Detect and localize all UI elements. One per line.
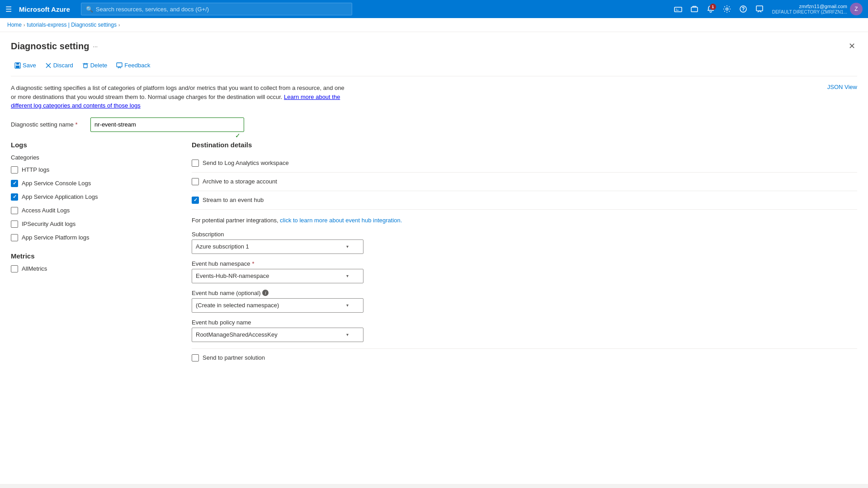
event-hub-checkbox[interactable] — [192, 197, 199, 204]
app-logo: Microsoft Azure — [19, 5, 70, 13]
namespace-chevron: ▾ — [346, 273, 349, 278]
subscription-value: Azure subscription 1 — [196, 243, 249, 250]
help-button[interactable] — [736, 2, 750, 16]
hub-name-field: Event hub name (optional) i (Create in s… — [192, 290, 857, 313]
json-view-link[interactable]: JSON View — [827, 84, 857, 110]
page-options-button[interactable]: ··· — [93, 43, 98, 50]
search-box[interactable]: 🔍 — [81, 3, 352, 15]
policy-select[interactable]: RootManageSharedAccessKey ▾ — [192, 328, 363, 342]
discard-button[interactable]: Discard — [42, 60, 77, 70]
namespace-select[interactable]: Events-Hub-NR-namespace ▾ — [192, 269, 363, 283]
policy-select-wrapper: RootManageSharedAccessKey ▾ — [192, 328, 363, 342]
delete-icon — [82, 62, 89, 69]
page-title: Diagnostic setting — [11, 41, 89, 52]
svg-point-4 — [743, 10, 744, 11]
storage-account-label: Archive to a storage account — [203, 178, 277, 185]
cloud-shell-button[interactable] — [671, 2, 685, 16]
svg-rect-8 — [16, 66, 19, 68]
topbar: ☰ Microsoft Azure 🔍 1 zmrfzn11@gmail.com… — [0, 0, 868, 18]
breadcrumb-sep-2: › — [118, 23, 120, 28]
event-hub-note: For potential partner integrations, clic… — [192, 217, 857, 224]
search-input[interactable] — [96, 6, 347, 13]
logs-section: Logs Categories HTTP logs App Service Co… — [11, 141, 174, 371]
breadcrumb: Home › tutorials-express | Diagnostic se… — [0, 18, 868, 32]
namespace-field: Event hub namespace * Events-Hub-NR-name… — [192, 260, 857, 283]
subscription-select-wrapper: Azure subscription 1 ▾ — [192, 239, 363, 254]
ipsecurity-checkbox[interactable] — [11, 221, 18, 228]
settings-button[interactable] — [720, 2, 734, 16]
breadcrumb-sep-1: › — [24, 23, 25, 28]
svg-rect-11 — [84, 64, 87, 68]
delete-button[interactable]: Delete — [79, 60, 111, 70]
policy-chevron: ▾ — [346, 332, 349, 337]
save-button[interactable]: Save — [11, 60, 40, 70]
hub-name-info-icon[interactable]: i — [262, 290, 269, 296]
dest-partner: Send to partner solution — [192, 348, 857, 367]
event-hub-label: Stream to an event hub — [203, 197, 264, 203]
hamburger-icon[interactable]: ☰ — [5, 5, 12, 14]
close-button[interactable]: ✕ — [847, 39, 857, 53]
access-audit-checkbox[interactable] — [11, 207, 18, 214]
destination-section-title: Destination details — [192, 141, 857, 149]
event-hub-details: For potential partner integrations, clic… — [192, 213, 857, 371]
app-logs-label: App Service Application Logs — [22, 193, 98, 200]
log-analytics-label: Send to Log Analytics workspace — [203, 160, 289, 166]
ipsecurity-label: IPSecurity Audit logs — [22, 221, 75, 227]
platform-logs-checkbox[interactable] — [11, 234, 18, 241]
subscription-chevron: ▾ — [346, 244, 349, 249]
description-text: A diagnostic setting specifies a list of… — [11, 84, 345, 110]
notifications-button[interactable]: 1 — [703, 2, 718, 16]
subscription-select[interactable]: Azure subscription 1 ▾ — [192, 239, 363, 254]
svg-rect-5 — [756, 6, 763, 11]
dest-log-analytics: Send to Log Analytics workspace — [192, 154, 857, 173]
policy-label: Event hub policy name — [192, 319, 857, 326]
hub-name-select-wrapper: (Create in selected namespace) ▾ — [192, 298, 363, 313]
two-col-layout: Logs Categories HTTP logs App Service Co… — [11, 141, 857, 371]
all-metrics-checkbox[interactable] — [11, 265, 18, 272]
breadcrumb-home[interactable]: Home — [7, 22, 22, 28]
platform-logs-label: App Service Platform logs — [22, 234, 90, 241]
feedback-button[interactable]: Feedback — [113, 60, 154, 70]
search-icon: 🔍 — [86, 6, 93, 13]
topbar-icons: 1 — [671, 2, 767, 16]
access-audit-label: Access Audit Logs — [22, 207, 70, 214]
http-logs-checkbox[interactable] — [11, 166, 18, 174]
feedback-icon — [116, 62, 123, 69]
toolbar: Save Discard Delete Feedback — [11, 60, 857, 76]
log-analytics-checkbox[interactable] — [192, 160, 199, 167]
storage-account-checkbox[interactable] — [192, 178, 199, 185]
user-directory: DEFAULT DIRECTORY (ZMRFZN1... — [772, 9, 847, 14]
namespace-label: Event hub namespace * — [192, 260, 857, 267]
user-menu[interactable]: zmrfzn11@gmail.com DEFAULT DIRECTORY (ZM… — [772, 3, 863, 15]
svg-rect-0 — [675, 7, 682, 12]
page-header: Diagnostic setting ··· ✕ — [11, 39, 857, 53]
setting-name-input[interactable] — [90, 117, 244, 132]
discard-icon — [45, 62, 52, 69]
log-item-console: App Service Console Logs — [11, 180, 174, 187]
directory-button[interactable] — [687, 2, 702, 16]
log-item-app: App Service Application Logs — [11, 193, 174, 201]
log-item-ipsecurity: IPSecurity Audit logs — [11, 221, 174, 228]
breadcrumb-resource[interactable]: tutorials-express | Diagnostic settings — [27, 22, 117, 28]
setting-name-field-wrapper: ✓ — [90, 117, 244, 132]
console-logs-checkbox[interactable] — [11, 180, 18, 187]
app-logs-checkbox[interactable] — [11, 193, 18, 201]
policy-value: RootManageSharedAccessKey — [196, 331, 278, 338]
logs-section-title: Logs — [11, 141, 174, 149]
namespace-value: Events-Hub-NR-namespace — [196, 272, 269, 279]
metrics-section-title: Metrics — [11, 252, 174, 260]
hub-name-select[interactable]: (Create in selected namespace) ▾ — [192, 298, 363, 313]
namespace-select-wrapper: Events-Hub-NR-namespace ▾ — [192, 269, 363, 283]
partner-solution-checkbox[interactable] — [192, 354, 199, 361]
namespace-required-marker: * — [252, 260, 254, 267]
metrics-section: Metrics AllMetrics — [11, 252, 174, 272]
dest-event-hub: Stream to an event hub — [192, 191, 857, 210]
validation-checkmark: ✓ — [235, 132, 241, 139]
http-logs-label: HTTP logs — [22, 166, 49, 173]
subscription-label: Subscription — [192, 231, 857, 238]
event-hub-learn-more-link[interactable]: click to learn more about event hub inte… — [280, 217, 402, 224]
hub-name-value: (Create in selected namespace) — [196, 302, 279, 309]
subscription-field: Subscription Azure subscription 1 ▾ — [192, 231, 857, 254]
feedback-portal-button[interactable] — [752, 2, 767, 16]
notification-badge: 1 — [710, 4, 716, 10]
